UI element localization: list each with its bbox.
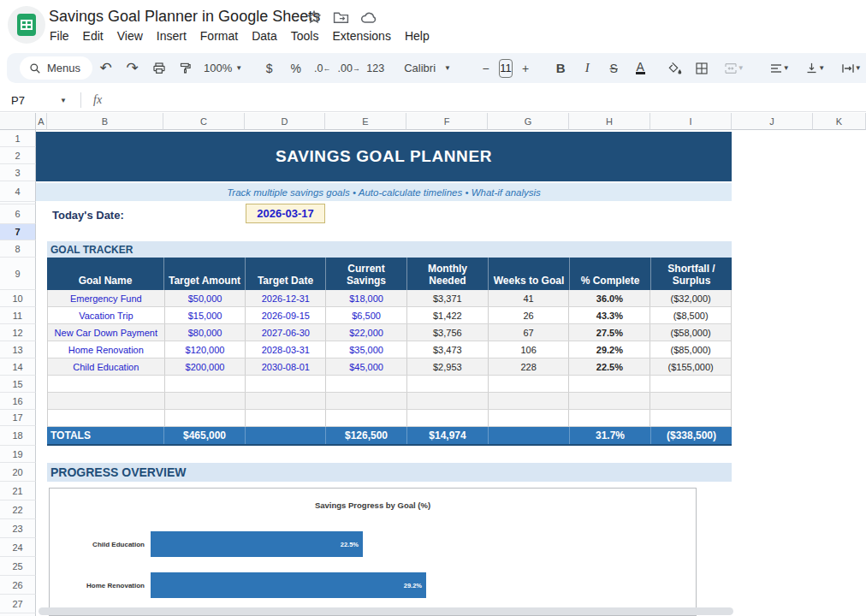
table-empty-cell[interactable] <box>568 376 650 392</box>
print-button[interactable] <box>147 56 170 80</box>
sheet-subtitle[interactable]: Track multiple savings goals • Auto-calc… <box>36 183 732 201</box>
totals-cell[interactable]: $465,000 <box>163 427 245 444</box>
goal-table-header-cell[interactable]: Current Savings <box>325 258 406 290</box>
italic-button[interactable]: I <box>576 56 599 80</box>
table-empty-cell[interactable] <box>325 410 406 426</box>
totals-cell[interactable]: $126,500 <box>325 427 406 444</box>
chart-bar[interactable]: 29.2% <box>151 572 426 598</box>
table-cell[interactable]: $3,756 <box>406 324 488 341</box>
fill-color-button[interactable] <box>664 56 687 80</box>
table-cell[interactable]: $45,000 <box>325 358 406 375</box>
table-cell[interactable]: ($8,500) <box>650 307 731 323</box>
table-empty-cell[interactable] <box>406 410 488 426</box>
sheets-logo[interactable] <box>8 6 45 44</box>
table-cell[interactable]: 26 <box>488 307 569 323</box>
table-cell[interactable]: ($32,000) <box>650 290 731 306</box>
menu-item-edit[interactable]: Edit <box>76 27 110 44</box>
paint-format-button[interactable] <box>174 56 197 80</box>
table-empty-cell[interactable] <box>650 393 731 409</box>
goal-table-header-cell[interactable]: Target Date <box>245 258 325 290</box>
horizontal-scrollbar[interactable] <box>39 607 733 615</box>
table-cell[interactable]: $15,000 <box>164 307 246 323</box>
decrease-font-size-button[interactable]: − <box>474 56 497 80</box>
table-cell[interactable]: $3,371 <box>406 290 488 306</box>
increase-decimal-button[interactable]: .00→ <box>337 56 360 80</box>
more-formats-button[interactable]: 123 <box>364 56 387 80</box>
table-cell[interactable]: $18,000 <box>325 290 406 306</box>
menu-item-help[interactable]: Help <box>398 27 436 44</box>
table-cell[interactable]: Emergency Fund <box>48 290 164 306</box>
goal-table-header-cell[interactable]: % Complete <box>569 258 650 290</box>
goal-table-header-cell[interactable]: Target Amount <box>163 258 245 290</box>
table-cell[interactable]: 2028-03-31 <box>245 341 325 358</box>
goal-table-header-cell[interactable]: Shortfall / Surplus <box>650 258 732 290</box>
goal-tracker-section-header[interactable]: GOAL TRACKER <box>47 241 732 258</box>
menu-item-insert[interactable]: Insert <box>150 27 193 44</box>
table-empty-cell[interactable] <box>406 393 488 409</box>
table-empty-cell[interactable] <box>48 410 164 426</box>
table-cell[interactable]: 228 <box>488 358 569 375</box>
table-cell[interactable]: $200,000 <box>164 358 246 375</box>
goal-table-header-cell[interactable]: Monthly Needed <box>406 258 488 290</box>
table-cell[interactable]: $50,000 <box>164 290 246 306</box>
font-family-select[interactable]: Calibri ▼ <box>397 62 464 74</box>
horizontal-align-button[interactable]: ▼ <box>763 56 796 80</box>
menus-search-button[interactable]: Menus <box>20 56 92 80</box>
table-cell[interactable]: 2030-08-01 <box>245 358 325 375</box>
table-empty-cell[interactable] <box>406 376 488 392</box>
table-empty-cell[interactable] <box>650 376 731 392</box>
table-cell[interactable]: 2027-06-30 <box>245 324 325 341</box>
menu-item-format[interactable]: Format <box>193 27 245 44</box>
text-wrap-button[interactable]: ▼ <box>835 56 866 80</box>
table-cell[interactable]: ($155,000) <box>650 358 731 375</box>
table-cell[interactable]: Child Education <box>48 358 164 375</box>
table-cell[interactable]: New Car Down Payment <box>48 324 164 341</box>
totals-cell[interactable]: 31.7% <box>569 427 650 444</box>
table-cell[interactable]: 29.2% <box>568 341 650 358</box>
totals-cell[interactable] <box>488 427 569 444</box>
totals-cell[interactable] <box>245 427 325 444</box>
table-empty-cell[interactable] <box>488 376 569 392</box>
table-empty-cell[interactable] <box>245 410 325 426</box>
table-empty-cell[interactable] <box>164 376 246 392</box>
decrease-decimal-button[interactable]: .0← <box>311 56 334 80</box>
totals-cell[interactable]: $14,974 <box>406 427 488 444</box>
borders-button[interactable] <box>691 56 714 80</box>
today-date-cell[interactable]: 2026-03-17 <box>246 204 325 223</box>
table-empty-cell[interactable] <box>164 410 246 426</box>
totals-cell[interactable]: TOTALS <box>47 427 163 444</box>
format-percent-button[interactable]: % <box>284 56 307 80</box>
table-cell[interactable]: 43.3% <box>568 307 650 323</box>
goal-table-header-cell[interactable]: Goal Name <box>47 258 163 290</box>
table-empty-cell[interactable] <box>568 393 650 409</box>
progress-overview-section-header[interactable]: PROGRESS OVERVIEW <box>47 463 732 482</box>
table-cell[interactable]: Home Renovation <box>48 341 164 358</box>
table-cell[interactable]: 27.5% <box>568 324 650 341</box>
table-empty-cell[interactable] <box>325 393 406 409</box>
table-cell[interactable]: $6,500 <box>325 307 406 323</box>
menu-item-tools[interactable]: Tools <box>284 27 326 44</box>
format-currency-button[interactable]: $ <box>258 56 281 80</box>
menu-item-view[interactable]: View <box>110 27 150 44</box>
table-cell[interactable]: ($85,000) <box>650 341 731 358</box>
table-empty-cell[interactable] <box>488 410 569 426</box>
table-empty-cell[interactable] <box>48 393 164 409</box>
totals-cell[interactable]: ($338,500) <box>650 427 732 444</box>
table-empty-cell[interactable] <box>164 393 246 409</box>
table-cell[interactable]: 106 <box>488 341 569 358</box>
merge-cells-button[interactable]: ▼ <box>717 56 751 80</box>
menu-item-file[interactable]: File <box>43 27 76 44</box>
sheet-title-banner[interactable]: SAVINGS GOAL PLANNER <box>36 132 732 181</box>
table-cell[interactable]: 41 <box>488 290 569 306</box>
table-cell[interactable]: 2026-09-15 <box>245 307 325 323</box>
table-empty-cell[interactable] <box>488 393 569 409</box>
table-empty-cell[interactable] <box>245 393 325 409</box>
name-box[interactable]: P7 ▼ <box>0 94 74 107</box>
redo-button[interactable]: ↷ <box>121 56 144 80</box>
table-cell[interactable]: $2,953 <box>406 358 488 375</box>
star-icon[interactable] <box>306 9 322 25</box>
chart-bar[interactable]: 22.5% <box>151 531 363 557</box>
table-cell[interactable]: $35,000 <box>325 341 406 358</box>
table-cell[interactable]: $3,473 <box>406 341 488 358</box>
move-folder-icon[interactable] <box>333 10 349 24</box>
